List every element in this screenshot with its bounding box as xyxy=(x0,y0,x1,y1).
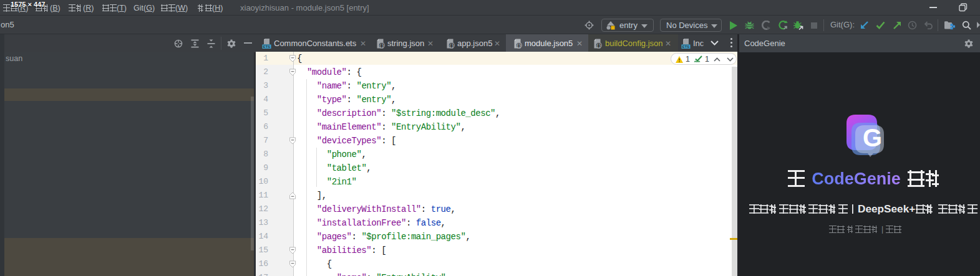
svg-text:{}: {} xyxy=(449,44,454,48)
svg-text:G: G xyxy=(863,124,882,151)
svg-text:{}: {} xyxy=(517,44,522,48)
svg-text:ETS: ETS xyxy=(263,45,270,49)
svg-text:ETS: ETS xyxy=(682,45,689,49)
svg-text:{}: {} xyxy=(596,44,601,48)
svg-text:{}: {} xyxy=(379,44,384,48)
